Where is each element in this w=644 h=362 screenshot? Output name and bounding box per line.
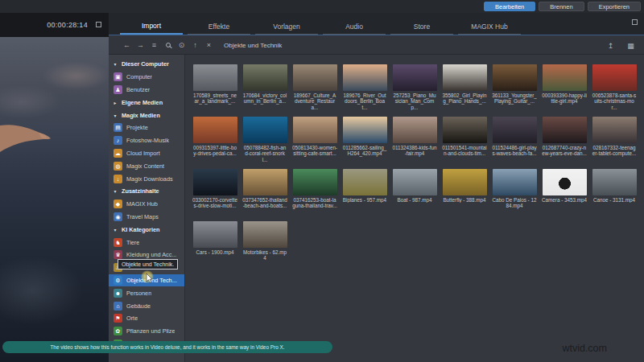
media-thumbnail[interactable] xyxy=(393,64,437,91)
tree-item-geb-ude[interactable]: ⌂ Gebäude xyxy=(109,299,184,312)
media-thumbnail[interactable] xyxy=(493,117,537,143)
media-thumbnail[interactable] xyxy=(443,117,487,143)
media-item[interactable]: 033002170-corvettes-drive-slow-moti... xyxy=(190,169,240,221)
media-item[interactable]: 012687740-crazy-new-years-eve-dan... xyxy=(539,117,589,169)
media-thumbnail[interactable] xyxy=(243,117,287,143)
media-item[interactable]: 011324386-kids-fun-fair.mp4 xyxy=(390,117,440,169)
media-thumbnail[interactable] xyxy=(443,169,487,195)
tree-item-magix-content[interactable]: ◍ Magix Content xyxy=(109,159,184,172)
media-item[interactable]: 037347652-thailand-beach-and-boats... xyxy=(240,169,290,221)
media-thumbnail[interactable] xyxy=(193,117,237,143)
undock-window-icon[interactable] xyxy=(632,19,638,25)
media-filename: 011501541-mountain-and-clouds-tim... xyxy=(442,145,487,157)
tree-item-tiere[interactable]: ♞ Tiere xyxy=(109,236,184,249)
forward-icon[interactable]: → xyxy=(134,41,147,49)
chevron-icon: ▾ xyxy=(109,188,122,194)
tree-item-cloud-import[interactable]: ☁ Cloud Import xyxy=(109,147,184,160)
media-thumbnail[interactable] xyxy=(592,169,637,195)
media-thumbnail[interactable] xyxy=(243,64,287,91)
options-icon[interactable]: ⊙ xyxy=(175,41,188,49)
tab-store[interactable]: Store xyxy=(390,23,453,35)
media-item[interactable]: 037416253-boat-laguna-thailand-trav... xyxy=(290,169,340,221)
tree-item-travel-maps[interactable]: ◉ Travel Maps xyxy=(109,211,184,224)
tab-magix-hub[interactable]: MAGIX Hub xyxy=(458,23,521,35)
media-item[interactable]: 050813430-women-sitting-cafe-smart... xyxy=(290,117,340,169)
media-item[interactable]: 170589_streets_near_a_landmark_... xyxy=(190,64,240,117)
media-item[interactable]: 170684_victory_column_in_Berlin_a... xyxy=(240,64,290,117)
media-item[interactable]: 355802_Girl_Playing_Piano_Hands_... xyxy=(440,64,489,117)
media-item[interactable]: 189667_Culture_Adventure_Restaura... xyxy=(290,64,340,117)
media-item[interactable]: Camera - 3453.mp4 xyxy=(539,169,589,221)
media-thumbnail[interactable] xyxy=(293,117,337,143)
media-item[interactable]: 009315397-little-boy-drives-pedal-ca... xyxy=(190,117,240,169)
media-item[interactable]: Butterfly - 388.mp4 xyxy=(440,169,489,221)
media-item[interactable]: Biplanes - 957.mp4 xyxy=(340,169,390,221)
media-item[interactable]: 006523878-santa-suits-christmas-mor... xyxy=(589,64,639,117)
tree-item-benutzer[interactable]: ♟ Benutzer xyxy=(109,84,184,97)
stop-icon[interactable] xyxy=(96,22,101,27)
tree-item-computer[interactable]: ▣ Computer xyxy=(109,71,184,84)
media-item[interactable]: Boat - 987.mp4 xyxy=(390,169,440,221)
media-thumbnail[interactable] xyxy=(592,117,637,143)
exportieren-button[interactable]: Exportieren xyxy=(588,2,641,11)
media-item[interactable]: 028167332-teenager-tablet-compute... xyxy=(589,117,639,169)
tree-item-personen[interactable]: ☻ Personen xyxy=(109,286,184,299)
media-thumbnail[interactable] xyxy=(293,169,337,195)
import-icon[interactable]: ↥ xyxy=(604,42,617,50)
media-thumbnail[interactable] xyxy=(193,221,237,248)
tree-item-fotoshow-musik[interactable]: ♪ Fotoshow-Musik xyxy=(109,134,184,147)
media-thumbnail[interactable] xyxy=(193,169,237,195)
tree-header-ki-kategorien[interactable]: ▾ KI Kategorien xyxy=(109,223,184,236)
tree-item-magix-hub[interactable]: ◆ MAGIX Hub xyxy=(109,198,184,211)
tree-item-orte[interactable]: ⚑ Orte xyxy=(109,312,184,325)
media-item[interactable]: 257253_Piano_Musician_Man_Comp... xyxy=(390,64,440,117)
media-thumbnail[interactable] xyxy=(343,117,387,143)
media-thumbnail[interactable] xyxy=(293,64,337,91)
tab-audio[interactable]: Audio xyxy=(323,23,386,35)
media-thumbnail[interactable] xyxy=(543,64,587,91)
media-thumbnail[interactable] xyxy=(393,169,437,195)
brennen-button[interactable]: Brennen xyxy=(539,2,584,11)
media-item[interactable]: Motorbikes - 62.mp4 xyxy=(240,221,290,274)
bearbeiten-button[interactable]: Bearbeiten xyxy=(484,2,535,11)
media-thumbnail[interactable] xyxy=(493,64,537,91)
media-filename: 037416253-boat-laguna-thailand-trav... xyxy=(292,197,337,209)
grid-view-icon[interactable]: ▦ xyxy=(624,42,638,50)
media-item[interactable]: 011501541-mountain-and-clouds-tim... xyxy=(440,117,489,169)
tree-item-magix-downloads[interactable]: ↓ Magix Downloads xyxy=(109,172,184,185)
media-thumbnail[interactable] xyxy=(393,117,437,143)
media-thumbnail[interactable] xyxy=(243,221,287,248)
media-thumbnail[interactable] xyxy=(443,64,487,91)
media-item[interactable]: Canoe - 3131.mp4 xyxy=(589,169,639,221)
media-item[interactable]: 189676_River_Outdoors_Berlin_Boat... xyxy=(340,64,390,117)
tree-header-eigene-medien[interactable]: ▸ Eigene Medien xyxy=(109,96,184,109)
tree-header-dieser-computer[interactable]: ▾ Dieser Computer xyxy=(109,58,184,71)
media-thumbnail[interactable] xyxy=(193,64,237,91)
media-item[interactable]: 000393390-happy-little-girl.mp4 xyxy=(539,64,589,117)
media-thumbnail[interactable] xyxy=(493,169,537,195)
media-thumbnail[interactable] xyxy=(343,64,387,91)
list-icon[interactable]: ≡ xyxy=(147,41,161,49)
media-thumbnail[interactable] xyxy=(243,169,287,195)
media-item[interactable]: Cabo De Palos - 1284.mp4 xyxy=(489,169,539,221)
media-item[interactable]: Cars - 1900.mp4 xyxy=(190,221,240,274)
tab-import[interactable]: Import xyxy=(120,22,183,35)
media-item[interactable]: 011524486-girl-plays-waves-beach-fa... xyxy=(489,117,539,169)
tab-effekte[interactable]: Effekte xyxy=(188,23,250,35)
tree-header-zusatzinhalte[interactable]: ▾ Zusatzinhalte xyxy=(109,185,184,198)
media-thumbnail[interactable] xyxy=(543,117,587,143)
media-item[interactable]: 361133_Youngster_Playing_Guitar_... xyxy=(489,64,539,117)
close-icon[interactable]: × xyxy=(202,41,216,49)
tab-vorlagen[interactable]: Vorlagen xyxy=(255,23,318,35)
media-thumbnail[interactable] xyxy=(543,169,587,195)
media-item[interactable]: 050788482-fish-and-coral-reef-snorkl... xyxy=(240,117,290,169)
up-icon[interactable]: ↑ xyxy=(188,41,202,49)
media-item[interactable]: 011285662-sailing_H264_420.mp4 xyxy=(340,117,390,169)
media-thumbnail[interactable] xyxy=(592,64,637,91)
search-icon[interactable] xyxy=(161,41,175,49)
back-icon[interactable]: ← xyxy=(120,41,134,49)
tree-item-projekte[interactable]: ▤ Projekte xyxy=(109,121,184,134)
tree-item-pflanzen-und-pilze[interactable]: ✿ Pflanzen und Pilze xyxy=(109,325,184,338)
tree-header-magix-medien[interactable]: ▾ Magix Medien xyxy=(109,109,184,121)
media-thumbnail[interactable] xyxy=(343,169,387,195)
